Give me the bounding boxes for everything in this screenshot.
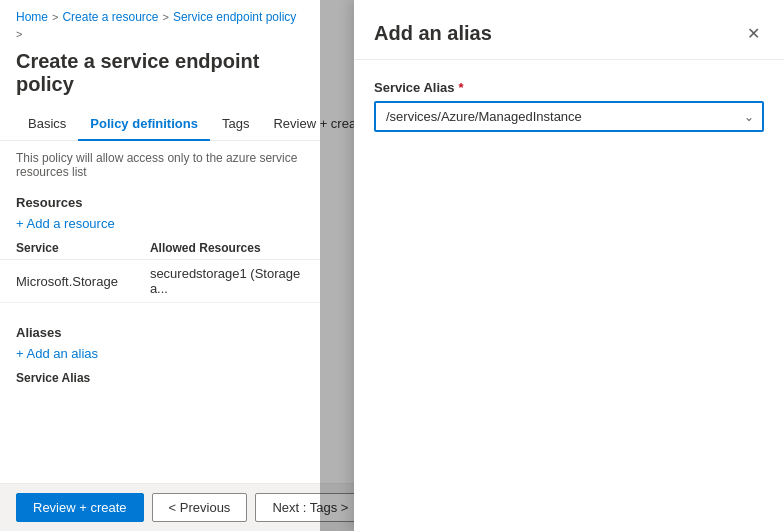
close-icon: ✕	[747, 24, 760, 43]
service-alias-header: Service Alias	[0, 367, 320, 389]
add-resource-link[interactable]: + Add a resource	[0, 214, 320, 237]
breadcrumb-sep1: >	[52, 11, 58, 23]
policy-info-text: This policy will allow access only to th…	[0, 141, 320, 185]
panel-body: Service Alias * /services/Azure/ManagedI…	[354, 60, 784, 531]
service-alias-field-label: Service Alias *	[374, 80, 764, 95]
row-service: Microsoft.Storage	[0, 260, 134, 303]
breadcrumb-home[interactable]: Home	[16, 10, 48, 24]
panel-close-button[interactable]: ✕	[743, 20, 764, 47]
breadcrumb-sep2: >	[163, 11, 169, 23]
breadcrumb-policy[interactable]: Service endpoint policy	[173, 10, 296, 24]
page-title: Create a service endpoint policy	[0, 46, 320, 108]
service-alias-dropdown[interactable]: /services/Azure/ManagedInstance /service…	[374, 101, 764, 132]
col-service: Service	[0, 237, 134, 260]
breadcrumb-sep3: >	[16, 28, 22, 40]
add-alias-link[interactable]: + Add an alias	[0, 344, 320, 367]
breadcrumb-create-resource[interactable]: Create a resource	[62, 10, 158, 24]
main-page: Home > Create a resource > Service endpo…	[0, 0, 320, 531]
add-alias-panel: Add an alias ✕ Service Alias * /services…	[354, 0, 784, 531]
panel-title: Add an alias	[374, 22, 492, 45]
row-allowed: securedstorage1 (Storage a...	[134, 260, 320, 303]
col-allowed: Allowed Resources	[134, 237, 320, 260]
tab-tags[interactable]: Tags	[210, 108, 261, 141]
tab-bar: Basics Policy definitions Tags Review + …	[0, 108, 320, 141]
breadcrumb: Home > Create a resource > Service endpo…	[0, 0, 320, 46]
resources-table: Service Allowed Resources Microsoft.Stor…	[0, 237, 320, 303]
tab-basics[interactable]: Basics	[16, 108, 78, 141]
previous-button[interactable]: < Previous	[152, 493, 248, 522]
resources-section-title: Resources	[0, 185, 320, 214]
aliases-section: Aliases + Add an alias Service Alias	[0, 303, 320, 389]
table-row: Microsoft.Storage securedstorage1 (Stora…	[0, 260, 320, 303]
review-create-button[interactable]: Review + create	[16, 493, 144, 522]
aliases-section-title: Aliases	[0, 315, 320, 344]
panel-header: Add an alias ✕	[354, 0, 784, 60]
required-indicator: *	[458, 80, 463, 95]
tab-policy-definitions[interactable]: Policy definitions	[78, 108, 210, 141]
service-alias-dropdown-container: /services/Azure/ManagedInstance /service…	[374, 101, 764, 132]
